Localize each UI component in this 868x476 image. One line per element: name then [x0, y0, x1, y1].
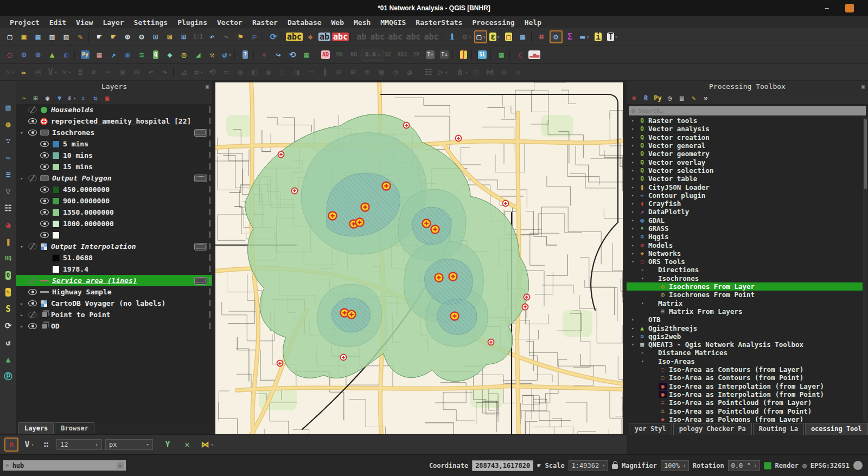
trim-extend-icon[interactable]: ⋔: [455, 66, 468, 79]
maximize-button[interactable]: [845, 4, 854, 12]
menu-item[interactable]: Help: [520, 18, 546, 27]
zoom-to-layer-icon[interactable]: ⊞: [177, 30, 190, 43]
tab-routing-layer[interactable]: Routing La: [753, 423, 804, 435]
group-grass[interactable]: ▸ ♦ GRASS: [627, 224, 863, 233]
add-group-icon[interactable]: ⊞: [30, 93, 41, 104]
layer-5-mins[interactable]: 5 mins: [16, 138, 212, 150]
refresh-map-icon[interactable]: ⟳: [267, 30, 280, 43]
group-gdal[interactable]: ▸ ◍ GDAL: [627, 216, 863, 224]
cad-t-minus-button[interactable]: T-: [424, 48, 437, 61]
multiedit-attributes-icon[interactable]: ≣: [74, 66, 87, 79]
zoom-native-icon[interactable]: 1:1: [192, 30, 205, 43]
merge-features-icon[interactable]: ⊠: [361, 66, 374, 79]
map-tips-icon[interactable]: i: [592, 30, 605, 43]
simplify-feature-icon[interactable]: ≈: [220, 66, 233, 79]
layer-diagram-icon[interactable]: ❖: [304, 30, 317, 43]
visibility-eye-icon[interactable]: [28, 323, 37, 330]
expander-icon[interactable]: ▸: [630, 118, 636, 123]
osm-place-search-icon[interactable]: Q: [2, 269, 14, 281]
group-isochrones[interactable]: ▾ Isochrones: [627, 274, 863, 282]
snapping-tolerance-spinner[interactable]: 12↕: [56, 439, 102, 450]
node-editor-icon[interactable]: ⟲: [286, 48, 299, 61]
group-otb[interactable]: ▸ OTB: [627, 316, 863, 324]
multi-layer-select-icon[interactable]: ☷: [422, 66, 435, 79]
models-icon[interactable]: ⚙: [629, 93, 639, 104]
topology-edit-icon[interactable]: ⋈: [483, 66, 496, 79]
group-cityjson-loader[interactable]: ▸ ❚ CityJSON Loader: [627, 183, 863, 191]
visibility-eye-icon[interactable]: [28, 175, 37, 182]
add-virtual-layer-icon[interactable]: ▽: [2, 185, 14, 197]
expander-icon[interactable]: ▾: [18, 130, 25, 136]
move-feature-icon[interactable]: ⇄: [192, 66, 205, 79]
menu-item[interactable]: Edit: [45, 18, 71, 27]
label-properties-icon[interactable]: abc: [423, 30, 439, 43]
processing-scrollbar[interactable]: [863, 117, 867, 422]
snapping-mode-icon[interactable]: V: [22, 438, 36, 452]
elevation-profile-icon[interactable]: ς: [514, 48, 527, 61]
visibility-eye-icon[interactable]: [40, 220, 49, 227]
profile-tool-icon[interactable]: ◢: [192, 48, 205, 61]
plugin-s-icon[interactable]: S: [2, 303, 14, 315]
filter-by-expression-icon[interactable]: ε: [66, 93, 76, 104]
layer-highway-sample[interactable]: Highway Sample: [16, 286, 212, 298]
help-icon[interactable]: ?: [239, 48, 252, 61]
add-postgis-layer-icon[interactable]: ≡: [2, 169, 14, 181]
group-qneat3[interactable]: ▾ ▦ QNEAT3 - Qgis Network Analysis Toolb…: [627, 340, 863, 349]
cad-sc-button[interactable]: SC: [381, 48, 394, 61]
zoom-out-icon[interactable]: ⊖: [135, 30, 148, 43]
build-tools-icon[interactable]: ⚒: [206, 48, 219, 61]
group-vector-overlay[interactable]: ▸ Q Vector overlay: [627, 158, 863, 166]
expander-icon[interactable]: ▸: [630, 326, 636, 331]
add-wfs-layer-icon[interactable]: ◕: [2, 219, 14, 231]
tab-topology-checker[interactable]: pology Checker Pa: [673, 423, 752, 435]
paste-features-icon[interactable]: ▤: [130, 66, 143, 79]
coordinate-box[interactable]: 288743,1617820: [472, 460, 533, 471]
snapping-toggle-icon[interactable]: ∩: [4, 438, 18, 452]
expander-icon[interactable]: ▸: [630, 226, 636, 231]
expander-icon[interactable]: ▾: [18, 244, 25, 249]
statistics-panel-icon[interactable]: Σ: [564, 30, 577, 43]
tab-layers[interactable]: Layers: [18, 422, 54, 434]
group-models[interactable]: ▸ ⚙ Models: [627, 241, 863, 249]
style-manager-icon[interactable]: ✎: [74, 30, 87, 43]
alg-iso-contours-point[interactable]: ◌ Iso-Area as Contours (from Point): [627, 374, 863, 382]
show-bookmarks-icon[interactable]: ⚐: [248, 30, 261, 43]
save-project-icon[interactable]: ▦: [31, 30, 44, 43]
expander-icon[interactable]: ▸: [630, 126, 636, 131]
group-contour-plugin[interactable]: ▸ ✑ Contour plugin: [627, 191, 863, 200]
toolbar-icon[interactable]: [281, 30, 285, 43]
shape-edit-icon[interactable]: ◫: [469, 66, 482, 79]
group-hqgis[interactable]: ▸ ⚙ Hqgis: [627, 233, 863, 241]
history-icon[interactable]: ◷: [665, 93, 675, 104]
text-annotation-icon[interactable]: T: [606, 30, 619, 43]
reload-plugin-icon[interactable]: ⟳: [2, 320, 14, 332]
group-dataplotly[interactable]: ▸ ↗ DataPlotly: [627, 208, 863, 216]
class-1800[interactable]: 1800.0000000: [16, 218, 212, 229]
menu-item[interactable]: Database: [283, 18, 326, 27]
layout-manager-icon[interactable]: ▧: [60, 30, 73, 43]
menu-item[interactable]: Plugins: [173, 18, 212, 27]
group-iso-areas[interactable]: ▾ Iso-Areas: [627, 357, 863, 365]
reshape-features-icon[interactable]: ⌒: [304, 66, 317, 79]
processing-toolbox-icon[interactable]: ⚙: [550, 30, 563, 43]
alg-iso-interpolation-point[interactable]: ◉ Iso-Area as Interpolation (from Point): [627, 390, 863, 398]
visibility-eye-icon[interactable]: [28, 106, 37, 113]
class-1978-4[interactable]: 1978.4: [16, 263, 212, 275]
clear-search-icon[interactable]: ✕: [117, 462, 124, 469]
pan-to-selection-icon[interactable]: ☛: [107, 30, 120, 43]
alg-iso-pointcloud-layer[interactable]: ∴ Iso-Area as Pointcloud (from Layer): [627, 398, 863, 407]
metasearch-icon[interactable]: ⊙: [31, 48, 44, 61]
expander-icon[interactable]: ▸: [630, 234, 636, 239]
group-raster-tools[interactable]: ▸ Q Raster tools: [627, 117, 863, 125]
class-empty[interactable]: [16, 229, 212, 241]
hqgis-icon[interactable]: HQ: [2, 253, 14, 265]
rotate-label-icon[interactable]: abc: [369, 30, 386, 43]
collapse-all-icon[interactable]: ⇅: [90, 93, 100, 104]
class-900[interactable]: 900.0000000: [16, 195, 212, 207]
layer-cartodb-voyager[interactable]: ▸ CartoDB Voyager (no labels): [16, 298, 212, 309]
options-icon[interactable]: ⚒: [700, 93, 711, 104]
cad-ro-button[interactable]: RO: [347, 48, 360, 61]
add-table-icon[interactable]: ▦: [495, 48, 508, 61]
map-canvas[interactable]: [215, 82, 623, 435]
zoom-in-icon[interactable]: ⊕: [121, 30, 134, 43]
